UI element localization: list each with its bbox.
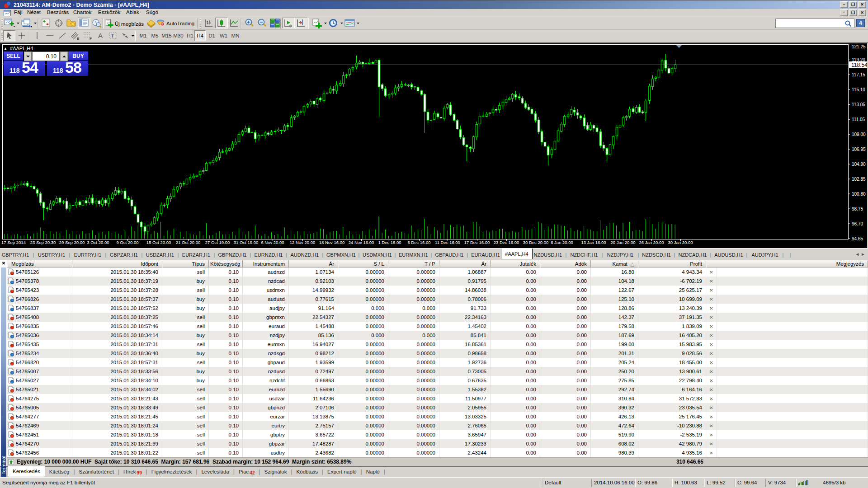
svg-text:102.85: 102.85 <box>852 177 866 182</box>
svg-text:118.54: 118.54 <box>851 62 868 68</box>
svg-text:111.05: 111.05 <box>852 117 865 122</box>
svg-text:A: A <box>98 32 103 39</box>
svg-text:23 Dec 16:00: 23 Dec 16:00 <box>494 240 519 245</box>
svg-text:30 Dec 20:00: 30 Dec 20:00 <box>523 240 549 245</box>
svg-text:3 Oct 20:00: 3 Oct 20:00 <box>87 240 109 245</box>
svg-text:20 Jan 20:00: 20 Jan 20:00 <box>611 240 636 245</box>
svg-text:106.95: 106.95 <box>852 147 866 152</box>
svg-text:11 Dec 16:00: 11 Dec 16:00 <box>435 240 460 245</box>
svg-text:96.70: 96.70 <box>852 221 863 226</box>
svg-text:Terminál: Terminál <box>1 455 6 474</box>
svg-text:6 Nov 20:00: 6 Nov 20:00 <box>261 240 284 245</box>
svg-text:27 Oct 19:00: 27 Oct 19:00 <box>205 240 230 245</box>
svg-text:18 Nov 16:00: 18 Nov 16:00 <box>319 240 345 245</box>
svg-text:31 Oct 19:00: 31 Oct 19:00 <box>234 240 258 245</box>
svg-text:115.10: 115.10 <box>852 87 865 92</box>
svg-text:26 Jan 20:00: 26 Jan 20:00 <box>639 240 664 245</box>
svg-text:17 Sep 2014: 17 Sep 2014 <box>1 240 26 245</box>
svg-text:17 Dec 16:00: 17 Dec 16:00 <box>464 240 490 245</box>
svg-text:13 Jan 16:00: 13 Jan 16:00 <box>581 240 606 245</box>
svg-text:1 Dec 16:00: 1 Dec 16:00 <box>378 240 401 245</box>
svg-text:21 Oct 20:00: 21 Oct 20:00 <box>176 240 200 245</box>
svg-text:121.25: 121.25 <box>852 44 866 49</box>
svg-text:117.15: 117.15 <box>852 72 865 77</box>
svg-text:T: T <box>111 33 114 38</box>
svg-text:30 Jan 20:00: 30 Jan 20:00 <box>668 240 693 245</box>
svg-text:29 Sep 20:00: 29 Sep 20:00 <box>59 240 85 245</box>
svg-text:109.00: 109.00 <box>852 132 866 137</box>
svg-text:113.05: 113.05 <box>852 102 865 107</box>
svg-text:100.80: 100.80 <box>852 192 866 197</box>
svg-text:9 Oct 20:00: 9 Oct 20:00 <box>116 240 138 245</box>
svg-text:98.75: 98.75 <box>852 206 863 211</box>
svg-text:94.65: 94.65 <box>852 236 863 241</box>
svg-text:5 Dec 16:00: 5 Dec 16:00 <box>407 240 430 245</box>
svg-text:F: F <box>90 37 92 40</box>
svg-text:15 Oct 20:00: 15 Oct 20:00 <box>146 240 171 245</box>
svg-text:24 Nov 16:00: 24 Nov 16:00 <box>349 240 374 245</box>
svg-text:23 Sep 20:30: 23 Sep 20:30 <box>30 240 56 245</box>
svg-text:104.90: 104.90 <box>852 162 866 167</box>
svg-text:E: E <box>77 37 80 40</box>
svg-text:6 Jan 20:00: 6 Jan 20:00 <box>551 240 573 245</box>
svg-text:12 Nov 20:00: 12 Nov 20:00 <box>290 240 316 245</box>
